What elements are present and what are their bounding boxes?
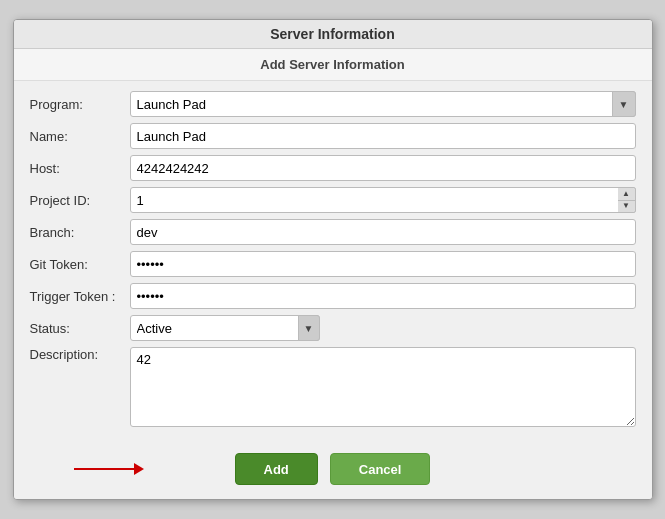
host-label: Host: [30, 161, 130, 176]
git-token-label: Git Token: [30, 257, 130, 272]
form-body: Program: Launch Pad ▼ Name: Host: Projec… [14, 81, 652, 443]
program-select-wrapper: Launch Pad ▼ [130, 91, 636, 117]
branch-input[interactable] [130, 219, 636, 245]
add-button[interactable]: Add [235, 453, 318, 485]
dialog-title: Server Information [14, 20, 652, 49]
status-select-wrapper: Active Inactive ▼ [130, 315, 320, 341]
arrow-line [74, 468, 134, 470]
program-label: Program: [30, 97, 130, 112]
cancel-button[interactable]: Cancel [330, 453, 431, 485]
description-input[interactable]: 42 [130, 347, 636, 427]
branch-row: Branch: [30, 219, 636, 245]
program-select[interactable]: Launch Pad [130, 91, 636, 117]
project-id-label: Project ID: [30, 193, 130, 208]
name-row: Name: [30, 123, 636, 149]
host-row: Host: [30, 155, 636, 181]
description-label: Description: [30, 347, 130, 362]
status-label: Status: [30, 321, 130, 336]
project-id-increment-button[interactable]: ▲ [618, 188, 635, 200]
dialog-subtitle: Add Server Information [14, 49, 652, 81]
arrow-indicator [74, 463, 144, 475]
trigger-token-input[interactable] [130, 283, 636, 309]
trigger-token-label: Trigger Token : [30, 289, 130, 304]
arrow-head-icon [134, 463, 144, 475]
status-row: Status: Active Inactive ▼ [30, 315, 636, 341]
footer: Add Cancel [14, 443, 652, 499]
description-row: Description: 42 [30, 347, 636, 427]
git-token-input[interactable] [130, 251, 636, 277]
program-row: Program: Launch Pad ▼ [30, 91, 636, 117]
status-select[interactable]: Active Inactive [130, 315, 320, 341]
project-id-spinner: ▲ ▼ [618, 187, 636, 213]
host-input[interactable] [130, 155, 636, 181]
name-input[interactable] [130, 123, 636, 149]
project-id-wrapper: ▲ ▼ [130, 187, 636, 213]
git-token-row: Git Token: [30, 251, 636, 277]
server-info-dialog: Server Information Add Server Informatio… [13, 19, 653, 500]
branch-label: Branch: [30, 225, 130, 240]
name-label: Name: [30, 129, 130, 144]
project-id-row: Project ID: ▲ ▼ [30, 187, 636, 213]
trigger-token-row: Trigger Token : [30, 283, 636, 309]
project-id-input[interactable] [130, 187, 636, 213]
project-id-decrement-button[interactable]: ▼ [618, 200, 635, 213]
